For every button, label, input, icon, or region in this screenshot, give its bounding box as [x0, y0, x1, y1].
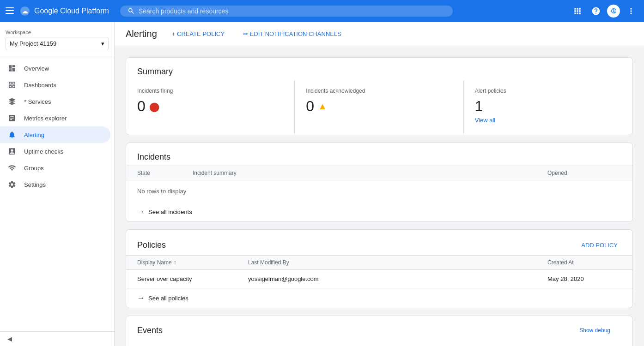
table-row: Server over capacity yossigelman@google.… [126, 270, 632, 288]
policies-title: Policies [137, 240, 166, 250]
summary-card: Summary Incidents firing 0 ⬤ Incidents a… [126, 57, 633, 135]
warning-icon: ▲ [318, 101, 327, 112]
policies-table-body: Server over capacity yossigelman@google.… [126, 270, 632, 288]
metrics-explorer-icon [7, 113, 17, 123]
dropdown-arrow-icon: ▾ [101, 40, 104, 47]
apps-icon[interactable] [570, 4, 585, 18]
sidebar-item-label: Overview [24, 65, 49, 72]
svg-rect-1 [6, 10, 14, 11]
incidents-table-header: State Incident summary Opened [126, 166, 632, 180]
settings-icon [7, 180, 17, 189]
sidebar-item-settings[interactable]: Settings [0, 176, 110, 193]
policies-col-modified: Last Modified By [248, 259, 547, 266]
menu-icon[interactable] [6, 7, 14, 15]
edit-notification-channels-button[interactable]: ✏ EDIT NOTIFICATION CHANNELS [239, 28, 345, 40]
policies-header: Policies ADD POLICY [126, 230, 632, 255]
incidents-col-state: State [137, 170, 193, 176]
workspace-value: My Project 41159 [10, 40, 56, 47]
sidebar-item-overview[interactable]: Overview [0, 60, 110, 77]
policies-table-header: Display Name ↑ Last Modified By Created … [126, 255, 632, 270]
arrow-icon: → [137, 208, 145, 216]
error-icon: ⬤ [149, 101, 159, 112]
incidents-firing-label: Incidents firing [137, 88, 283, 94]
policy-modified-by: yossigelman@google.com [248, 275, 547, 282]
workspace-dropdown[interactable]: My Project 41159 ▾ [6, 37, 109, 50]
view-all-link[interactable]: View all [475, 117, 621, 124]
incidents-firing-value: 0 ⬤ [137, 98, 283, 115]
sidebar-item-label: Settings [24, 181, 46, 188]
services-icon [7, 97, 17, 106]
page-title: Alerting [126, 29, 157, 39]
workspace-selector: Workspace My Project 41159 ▾ [0, 22, 114, 56]
workspace-label: Workspace [6, 30, 109, 35]
page-header: Alerting + CREATE POLICY ✏ EDIT NOTIFICA… [115, 22, 644, 46]
create-policy-button[interactable]: + CREATE POLICY [168, 28, 228, 40]
sidebar-item-label: Alerting [24, 131, 44, 138]
incidents-card: Incidents State Incident summary Opened … [126, 143, 633, 222]
collapse-icon: ◀ [7, 335, 12, 342]
incidents-col-opened: Opened [547, 170, 621, 176]
alerting-icon [7, 130, 17, 139]
arrow-icon: → [137, 294, 145, 302]
alert-policies-value: 1 [475, 98, 621, 115]
sidebar-item-services[interactable]: * Services [0, 93, 110, 110]
account-icon[interactable]: ① [607, 5, 620, 18]
policy-name: Server over capacity [137, 275, 248, 282]
incidents-acknowledged-value: 0 ▲ [306, 98, 452, 115]
incidents-acknowledged-label: Incidents acknowledged [306, 88, 452, 94]
events-title: Events [137, 326, 163, 335]
incidents-acknowledged-cell: Incidents acknowledged 0 ▲ [295, 80, 463, 135]
sidebar-item-groups[interactable]: Groups [0, 160, 110, 176]
sidebar-item-label: Groups [24, 165, 44, 172]
help-icon[interactable] [589, 4, 603, 18]
uptime-checks-icon [7, 147, 17, 156]
incidents-col-summary: Incident summary [193, 170, 547, 176]
main-content: Alerting + CREATE POLICY ✏ EDIT NOTIFICA… [115, 22, 644, 346]
alert-policies-cell: Alert policies 1 View all [464, 80, 632, 135]
svg-text:☁: ☁ [22, 7, 28, 15]
sidebar-item-dashboards[interactable]: Dashboards [0, 77, 110, 93]
no-rows-message: No rows to display [126, 180, 632, 202]
topbar-actions: ① [570, 4, 638, 18]
sidebar-item-uptime-checks[interactable]: Uptime checks [0, 143, 110, 160]
summary-grid: Incidents firing 0 ⬤ Incidents acknowled… [126, 80, 632, 135]
content-area: Summary Incidents firing 0 ⬤ Incidents a… [115, 46, 644, 346]
sidebar-nav: Overview Dashboards * Services Metrics e… [0, 56, 114, 197]
show-debug-link[interactable]: Show debug [568, 325, 621, 335]
sidebar-item-label: Uptime checks [24, 148, 63, 155]
policies-col-created: Created At [547, 259, 621, 266]
search-input[interactable] [139, 7, 445, 15]
sort-icon: ↑ [174, 259, 176, 266]
sidebar-item-label: * Services [24, 98, 51, 105]
sidebar: Workspace My Project 41159 ▾ Overview Da… [0, 22, 115, 346]
add-policy-button[interactable]: ADD POLICY [577, 239, 621, 251]
svg-rect-0 [6, 7, 14, 8]
sidebar-item-label: Dashboards [24, 82, 56, 89]
summary-title: Summary [126, 58, 632, 80]
svg-rect-2 [6, 13, 14, 14]
alert-policies-label: Alert policies [475, 88, 621, 94]
topbar: ☁ Google Cloud Platform ① [0, 0, 644, 22]
overview-icon [7, 64, 17, 73]
policies-card: Policies ADD POLICY Display Name ↑ Last … [126, 229, 633, 308]
logo: ☁ Google Cloud Platform [19, 6, 109, 17]
dashboards-icon [7, 80, 17, 89]
incidents-title: Incidents [126, 143, 632, 166]
events-date: April 14, 2020 [126, 339, 632, 346]
sidebar-item-alerting[interactable]: Alerting [0, 126, 110, 143]
sidebar-collapse[interactable]: ◀ [0, 331, 114, 346]
policy-created-at: May 28, 2020 [547, 275, 621, 282]
sidebar-item-metrics-explorer[interactable]: Metrics explorer [0, 110, 110, 126]
groups-icon [7, 163, 17, 173]
more-icon[interactable] [624, 4, 638, 18]
policies-col-name: Display Name ↑ [137, 259, 248, 266]
see-all-incidents[interactable]: → See all incidents [126, 202, 632, 221]
incidents-firing-cell: Incidents firing 0 ⬤ [126, 80, 295, 135]
see-all-policies[interactable]: → See all policies [126, 288, 632, 308]
search-bar[interactable] [120, 6, 453, 17]
events-card: Events Show debug April 14, 2020 [126, 316, 633, 346]
sidebar-item-label: Metrics explorer [24, 115, 67, 122]
